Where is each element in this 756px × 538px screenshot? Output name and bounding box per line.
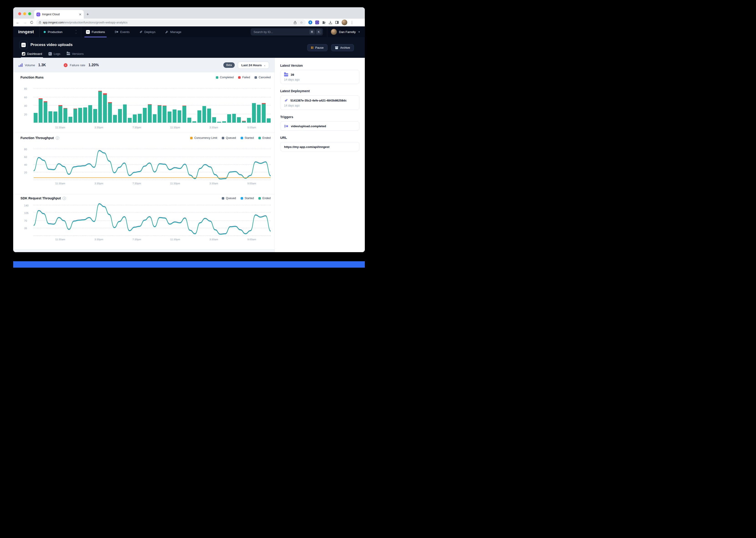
- bookmark-star-icon[interactable]: ☆: [300, 21, 303, 25]
- trigger-card: video/upload.completed: [280, 121, 359, 131]
- dashboard-chart-icon: [22, 52, 25, 56]
- chevron-down-icon: ▼: [358, 31, 360, 33]
- function-runs-card: Function Runs CompletedFailedCanceled 20…: [13, 72, 274, 133]
- latest-deployment-card: 5141387e-35c2-4efe-a421-4843b86258dc 14 …: [280, 95, 359, 110]
- lock-icon: [39, 22, 41, 24]
- cmd-key-badge: ⌘: [309, 29, 315, 34]
- event-trigger-icon: [284, 125, 288, 128]
- info-icon[interactable]: i: [56, 136, 59, 140]
- legend-item[interactable]: Failed: [238, 76, 250, 79]
- version-age: 14 days ago: [284, 78, 355, 81]
- browser-window: Inngest Cloud ✕ + ← → app.inngest.com/en…: [13, 7, 365, 252]
- legend-item[interactable]: Ended: [259, 197, 271, 200]
- pause-icon: [311, 46, 313, 49]
- dashboard-main: Volume 1.3K ✕ Failure rate 1.20% Beta La…: [13, 58, 274, 252]
- run-bar: [178, 110, 181, 123]
- legend-item[interactable]: Canceled: [255, 76, 271, 79]
- run-bar: [98, 91, 102, 123]
- legend-item[interactable]: Ended: [259, 136, 271, 139]
- forward-icon[interactable]: →: [23, 21, 27, 25]
- x-axis-tick: 3:30pm: [94, 126, 103, 129]
- legend-swatch: [255, 76, 257, 79]
- legend-item[interactable]: Queued: [222, 136, 236, 139]
- download-icon[interactable]: [329, 21, 332, 25]
- share-icon[interactable]: [293, 21, 297, 25]
- back-icon[interactable]: ←: [16, 21, 20, 25]
- x-axis-tick: 7:30pm: [132, 126, 141, 129]
- side-panel-icon[interactable]: [335, 21, 339, 24]
- window-controls: [18, 12, 31, 15]
- chart-title: SDK Request Throughput i: [21, 196, 66, 200]
- purple-extension-icon[interactable]: [315, 21, 319, 25]
- deployment-id[interactable]: 5141387e-35c2-4efe-a421-4843b86258dc: [290, 99, 347, 102]
- x-axis-tick: 11:30am: [55, 238, 65, 241]
- address-bar[interactable]: app.inngest.com/env/production/functions…: [36, 20, 306, 26]
- y-axis-tick: 60: [24, 156, 31, 158]
- run-bar: [138, 114, 142, 123]
- pause-button[interactable]: Pause: [307, 44, 327, 51]
- legend-item[interactable]: Queued: [222, 197, 236, 200]
- app-url[interactable]: https://my-app.com/api/inngest: [284, 145, 330, 149]
- run-bar: [53, 112, 57, 123]
- password-manager-icon[interactable]: [308, 21, 312, 25]
- deployment-rocket-icon: [284, 98, 288, 102]
- legend-item[interactable]: Started: [241, 197, 254, 200]
- puzzle-extensions-icon[interactable]: [322, 21, 326, 25]
- legend-item[interactable]: Completed: [216, 76, 234, 79]
- info-icon[interactable]: i: [63, 197, 66, 200]
- tab-logs[interactable]: >_ Logs: [45, 50, 64, 58]
- browser-profile-avatar[interactable]: [342, 20, 347, 25]
- run-bar: [173, 109, 176, 123]
- run-bar: [128, 118, 132, 123]
- url-heading: URL: [280, 136, 359, 139]
- run-bar: [44, 101, 48, 123]
- tab-versions[interactable]: Versions: [64, 50, 87, 58]
- zoom-window-button[interactable]: [28, 12, 31, 15]
- user-menu[interactable]: Dan Farrelly ▼: [331, 29, 365, 35]
- nav-item-deploys[interactable]: Deploys: [134, 27, 160, 37]
- legend-swatch: [238, 76, 241, 79]
- x-axis-tick: 3:30pm: [94, 182, 103, 185]
- chart-title: Function Throughput i: [21, 136, 59, 140]
- reload-icon[interactable]: [30, 21, 33, 24]
- browser-menu-icon[interactable]: ⋮: [350, 21, 354, 25]
- new-tab-button[interactable]: +: [86, 12, 89, 17]
- run-bar: [158, 105, 162, 123]
- legend-swatch: [216, 76, 218, 79]
- nav-item-manage[interactable]: Manage: [160, 27, 186, 37]
- browser-tab[interactable]: Inngest Cloud ✕: [34, 10, 84, 19]
- run-bar: [242, 121, 246, 123]
- nav-tabs: <> Functions Events Deploys: [81, 27, 186, 37]
- run-bar: [182, 106, 186, 123]
- search-input[interactable]: Search by ID... ⌘ K: [251, 28, 323, 35]
- nav-item-functions[interactable]: <> Functions: [81, 27, 110, 37]
- environment-switcher[interactable]: Production ⌃⌄: [40, 30, 81, 34]
- legend-item[interactable]: Concurrency Limit: [190, 136, 217, 139]
- run-bar: [118, 109, 122, 123]
- triggers-heading: Triggers: [280, 115, 359, 119]
- y-axis-tick: 80: [24, 148, 31, 151]
- url-text[interactable]: app.inngest.com/env/production/functions…: [43, 21, 292, 24]
- legend-swatch: [241, 137, 243, 139]
- beta-badge: Beta: [223, 62, 235, 68]
- run-bar: [227, 114, 231, 123]
- legend-item[interactable]: Started: [241, 136, 254, 139]
- trigger-event-name[interactable]: video/upload.completed: [291, 125, 326, 128]
- close-window-button[interactable]: [18, 12, 21, 15]
- run-bar: [108, 102, 112, 123]
- archive-button[interactable]: Archive: [331, 44, 354, 51]
- series-line: [34, 151, 271, 179]
- browser-tabstrip: Inngest Cloud ✕ +: [13, 7, 365, 19]
- minimize-window-button[interactable]: [23, 12, 26, 15]
- tab-dashboard[interactable]: Dashboard: [19, 50, 45, 58]
- tab-close-icon[interactable]: ✕: [79, 13, 81, 16]
- terminal-icon: >_: [48, 52, 52, 56]
- divider: [327, 27, 327, 37]
- details-sidebar: Latest Version 39 14 days ago Latest Dep…: [274, 58, 365, 252]
- legend-swatch: [222, 197, 224, 199]
- deployment-age: 14 days ago: [284, 104, 355, 107]
- time-range-select[interactable]: Last 24 Hours ⌄: [238, 62, 269, 69]
- nav-item-events[interactable]: Events: [110, 27, 134, 37]
- user-avatar: [331, 29, 337, 35]
- inngest-logo[interactable]: inngest: [13, 29, 39, 34]
